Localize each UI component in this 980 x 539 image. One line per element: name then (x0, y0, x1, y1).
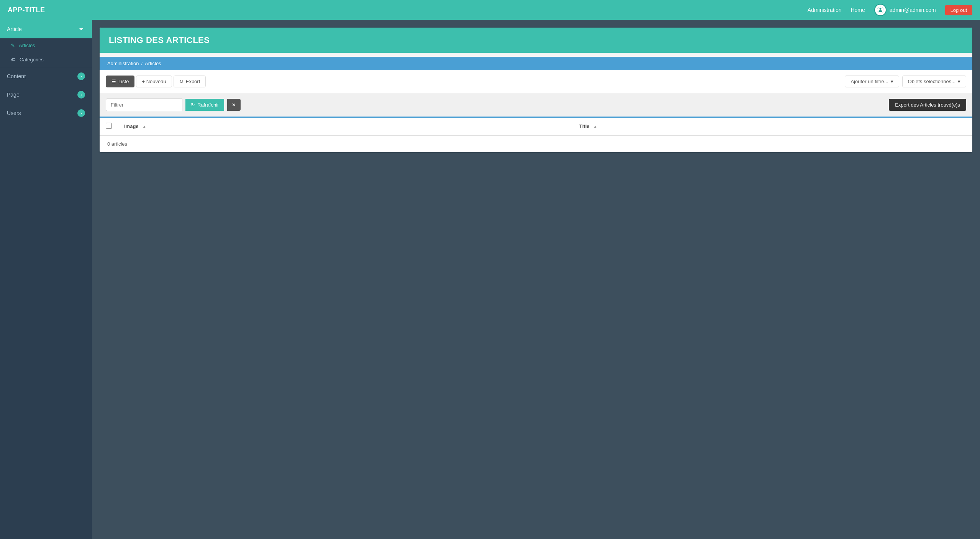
toolbar-right: Ajouter un filtre... ▾ Objets sélectionn… (845, 76, 966, 87)
select-all-checkbox[interactable] (106, 123, 112, 129)
arrow-right-icon: › (77, 91, 85, 99)
nouveau-button[interactable]: + Nouveau (136, 76, 172, 87)
app-title: APP-TITLE (8, 6, 45, 14)
layout: Article ✎ Articles 🏷 Categories Content … (0, 20, 980, 539)
sidebar-section-article: Article ✎ Articles 🏷 Categories (0, 20, 92, 67)
sidebar-item-articles[interactable]: ✎ Articles (0, 38, 92, 53)
sidebar-page-label: Page (7, 92, 20, 98)
liste-button[interactable]: ☰ Liste (106, 76, 134, 87)
breadcrumb-separator: / (141, 61, 143, 66)
filter-right: Export des Articles trouvé(e)s (889, 99, 966, 111)
sidebar-item-page[interactable]: Page › (0, 85, 92, 104)
sidebar-content-label: Content (7, 73, 26, 79)
filter-input[interactable] (106, 99, 182, 111)
logout-button[interactable]: Log out (945, 5, 972, 15)
spacer (100, 53, 972, 57)
liste-label: Liste (118, 79, 129, 84)
image-column-label: Image (124, 123, 139, 129)
clear-filter-button[interactable]: ✕ (227, 99, 241, 111)
nouveau-label: + Nouveau (142, 79, 166, 84)
export-label: Export (186, 79, 200, 84)
filter-bar: ↻ Rafraîchir ✕ Export des Articles trouv… (100, 93, 972, 117)
user-info: admin@admin.com (874, 4, 936, 16)
main-content: LISTING DES ARTICLES Administration / Ar… (92, 20, 980, 539)
sidebar-item-users[interactable]: Users › (0, 104, 92, 122)
refresh-button[interactable]: ↻ Rafraîchir (185, 99, 224, 111)
sidebar-item-categories-label: Categories (20, 57, 44, 62)
administration-link[interactable]: Administration (808, 7, 842, 13)
table-header: Image ▲ Title ▲ (100, 117, 972, 136)
title-column-label: Title (579, 123, 590, 129)
user-email: admin@admin.com (890, 7, 936, 13)
toolbar: ☰ Liste + Nouveau ↻ Export Ajouter un fi… (100, 70, 972, 93)
breadcrumb: Administration / Articles (100, 57, 972, 70)
table-header-image[interactable]: Image ▲ (118, 117, 573, 136)
sidebar-item-articles-label: Articles (19, 43, 35, 48)
articles-icon: ✎ (11, 43, 15, 48)
articles-count: 0 articles (107, 141, 127, 147)
sidebar: Article ✎ Articles 🏷 Categories Content … (0, 20, 92, 539)
arrow-right-icon: › (77, 109, 85, 117)
refresh-label: Rafraîchir (197, 102, 219, 108)
content-wrapper: LISTING DES ARTICLES Administration / Ar… (100, 28, 972, 152)
page-header: LISTING DES ARTICLES (100, 28, 972, 53)
sidebar-section-article-label: Article (7, 26, 22, 32)
export-button[interactable]: ↻ Export (174, 76, 206, 87)
arrow-right-icon: › (77, 72, 85, 80)
sort-image-icon: ▲ (142, 124, 146, 129)
filter-chevron-icon: ▾ (891, 79, 893, 84)
selected-chevron-icon: ▾ (958, 79, 960, 84)
sort-title-icon: ▲ (593, 124, 597, 129)
header-nav: Administration Home admin@admin.com Log … (808, 4, 972, 16)
chevron-down-icon (77, 25, 85, 33)
user-avatar-icon (874, 4, 887, 16)
selected-dropdown[interactable]: Objets sélectionnés... ▾ (902, 76, 966, 87)
breadcrumb-admin[interactable]: Administration (107, 61, 139, 66)
articles-table: Image ▲ Title ▲ (100, 117, 972, 136)
count-bar: 0 articles (100, 136, 972, 152)
list-icon: ☰ (111, 79, 116, 84)
app-header: APP-TITLE Administration Home admin@admi… (0, 0, 980, 20)
table-container: Image ▲ Title ▲ (100, 117, 972, 136)
table-header-title[interactable]: Title ▲ (573, 117, 972, 136)
breadcrumb-current: Articles (145, 61, 161, 66)
sidebar-item-categories[interactable]: 🏷 Categories (0, 53, 92, 67)
filter-label: Ajouter un filtre... (851, 79, 888, 84)
table-header-checkbox (100, 117, 118, 136)
sidebar-item-content[interactable]: Content › (0, 67, 92, 85)
page-title: LISTING DES ARTICLES (109, 35, 963, 45)
export-icon: ↻ (179, 79, 184, 84)
close-icon: ✕ (232, 102, 236, 108)
filter-dropdown[interactable]: Ajouter un filtre... ▾ (845, 76, 899, 87)
categories-icon: 🏷 (11, 57, 16, 62)
export-articles-button[interactable]: Export des Articles trouvé(e)s (889, 99, 966, 111)
sidebar-users-label: Users (7, 110, 21, 116)
sidebar-section-article-header[interactable]: Article (0, 20, 92, 38)
refresh-icon: ↻ (191, 102, 195, 108)
selected-label: Objets sélectionnés... (908, 79, 955, 84)
home-link[interactable]: Home (851, 7, 865, 13)
